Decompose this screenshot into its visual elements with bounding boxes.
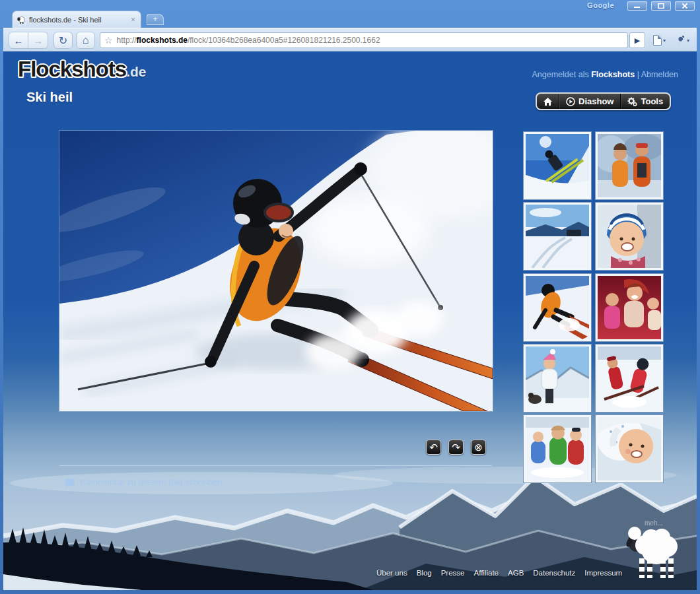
url-host: flockshots.de [137,36,188,45]
tools-label: Tools [641,96,663,106]
page-icon [653,35,662,46]
tab-flockshots[interactable]: flockshots.de - Ski heil × [12,11,141,28]
signed-in-prefix: Angemeldet als [532,70,589,79]
back-button[interactable]: ← [9,32,28,49]
page-title: Ski heil [26,90,73,105]
comment-link[interactable]: Kommentar zu diesem Bild schreiben [65,477,222,487]
url-path: /flock/10364b268ea6400a5#126081821216.25… [188,36,380,45]
browser-home-button[interactable]: ⌂ [76,32,95,49]
logo-text: Flockshots [18,57,126,81]
diashow-button[interactable]: Diashow [559,94,621,109]
address-bar[interactable]: ☆ http://flockshots.de/flock/10364b268ea… [100,32,628,48]
site-logo[interactable]: Flockshots.de [18,57,147,82]
sheep-sound-text: meh... [645,519,663,527]
thumbnail-skiers-red-tumbling[interactable] [596,345,663,412]
window-frame-bottom [0,590,700,594]
flockshots-page: Flockshots.de Angemeldet als Flockshots … [3,51,697,590]
separator: | [637,70,639,79]
caret-down-icon: ▾ [687,38,689,44]
tab-strip: flockshots.de - Ski heil × + [0,10,700,28]
thumbnail-couple-orange[interactable] [596,132,663,199]
minimize-button[interactable] [627,1,647,11]
sheep-mascot-logo: meh... [626,517,679,585]
maximize-button[interactable] [651,1,671,11]
login-status: Angemeldet als Flockshots | Abmelden [532,70,678,79]
album-toolbar: Diashow Tools [536,92,671,110]
tools-menu-button[interactable]: ▾ [676,32,689,48]
forward-button[interactable]: → [28,32,48,49]
google-brand-label: Google [587,1,614,9]
browser-window: Google flockshots.de - Ski heil × + ← → … [0,0,700,594]
logo-tld: .de [126,64,146,79]
footer-link-blog[interactable]: Blog [417,569,432,577]
thumbnail-girl-blue-hat[interactable] [596,203,663,270]
main-photo-skier[interactable] [59,131,493,411]
comment-label: Kommentar zu diesem Bild schreiben [80,477,222,487]
page-menu-button[interactable]: ▾ [653,32,666,48]
logout-link[interactable]: Abmelden [641,70,678,79]
thumbnail-skier-orange-carving[interactable] [524,274,591,341]
footer-link-affiliate[interactable]: Affiliate [474,569,499,577]
close-button[interactable] [675,1,695,11]
rotate-right-button[interactable]: ↷ [448,440,464,455]
thumbnail-woman-pink-hat-dog[interactable] [524,345,591,412]
wrench-icon [676,36,685,46]
footer-link-presse[interactable]: Presse [441,569,465,577]
footer-link-agb[interactable]: AGB [508,569,524,577]
thumbnail-party-women[interactable] [596,274,663,341]
footer-link-ueber-uns[interactable]: Über uns [376,569,407,577]
tab-close-icon[interactable]: × [129,16,137,24]
tab-title: flockshots.de - Ski heil [29,16,126,24]
album-home-button[interactable] [537,94,559,109]
username: Flockshots [591,70,635,79]
thumbnail-skier-jumping[interactable] [524,132,591,199]
speech-bubble-icon [65,478,75,486]
new-tab-button[interactable]: + [147,14,164,25]
caret-down-icon: ▾ [663,38,666,44]
reload-button[interactable]: ↻ [53,32,73,49]
footer-links: Über uns Blog Presse Affiliate AGB Daten… [376,569,622,577]
window-controls [627,1,695,11]
home-icon [543,98,552,106]
url-protocol: http:// [117,36,137,45]
play-icon [566,97,575,106]
diashow-label: Diashow [578,96,613,106]
rotate-left-button[interactable]: ↶ [426,440,441,455]
browser-toolbar: ← → ↻ ⌂ ☆ http://flockshots.de/flock/103… [3,28,697,51]
footer-link-datenschutz[interactable]: Datenschutz [533,569,575,577]
thumbnail-girl-white-hat[interactable] [596,415,663,482]
sheep-favicon [17,15,26,24]
url-text: http://flockshots.de/flock/10364b268ea64… [117,36,380,45]
section-divider [59,465,492,466]
thumbnail-kids-in-snow[interactable] [524,415,591,482]
delete-image-button[interactable]: ⊗ [471,440,486,455]
title-bar: Google [0,0,700,11]
footer-link-impressum[interactable]: Impressum [584,569,622,577]
tools-button[interactable]: Tools [621,94,670,109]
gear-icon [627,97,637,106]
thumbnail-ski-tracks[interactable] [524,203,591,270]
go-button[interactable]: ▶ [629,32,645,48]
bookmark-star-icon[interactable]: ☆ [104,35,113,46]
